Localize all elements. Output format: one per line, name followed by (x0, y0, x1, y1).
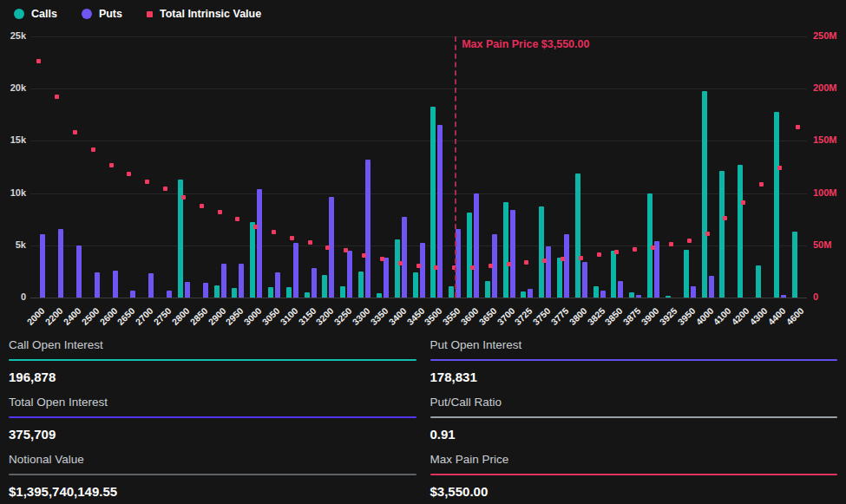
calls-bar-4600[interactable] (792, 232, 797, 298)
legend-item-puts[interactable]: Puts (82, 8, 122, 20)
intrinsic-point-2200[interactable] (55, 95, 59, 99)
puts-bar-3050[interactable] (275, 272, 280, 298)
puts-bar-3800[interactable] (582, 262, 587, 298)
intrinsic-point-3875[interactable] (633, 247, 637, 252)
calls-bar-3825[interactable] (594, 286, 599, 298)
calls-bar-3400[interactable] (395, 239, 400, 298)
intrinsic-point-3800[interactable] (579, 256, 583, 260)
intrinsic-point-2750[interactable] (163, 187, 167, 191)
calls-bar-4200[interactable] (738, 165, 743, 298)
calls-bar-3875[interactable] (629, 292, 634, 298)
calls-bar-3250[interactable] (340, 286, 345, 298)
calls-bar-3450[interactable] (413, 272, 418, 298)
intrinsic-point-3050[interactable] (272, 230, 276, 234)
legend-item-intrinsic-value[interactable]: Total Intrinsic Value (147, 8, 261, 20)
puts-bar-3875[interactable] (636, 295, 641, 298)
intrinsic-point-2800[interactable] (181, 195, 186, 200)
puts-bar-3350[interactable] (384, 258, 389, 298)
intrinsic-point-3950[interactable] (687, 239, 692, 243)
calls-bar-3100[interactable] (286, 287, 292, 298)
intrinsic-point-2850[interactable] (200, 204, 204, 208)
intrinsic-point-3600[interactable] (470, 265, 475, 270)
puts-bar-3450[interactable] (420, 243, 425, 298)
intrinsic-point-4600[interactable] (796, 125, 800, 129)
puts-bar-3250[interactable] (347, 251, 352, 298)
puts-bar-2500[interactable] (95, 272, 100, 298)
intrinsic-point-3300[interactable] (362, 253, 366, 258)
intrinsic-point-3450[interactable] (416, 264, 421, 268)
intrinsic-point-3650[interactable] (489, 264, 493, 268)
intrinsic-point-2000[interactable] (36, 59, 41, 63)
intrinsic-point-3250[interactable] (344, 248, 348, 252)
puts-bar-4000[interactable] (709, 276, 714, 298)
calls-bar-3700[interactable] (503, 202, 508, 298)
calls-bar-3550[interactable] (449, 286, 454, 298)
intrinsic-point-3850[interactable] (614, 250, 619, 254)
intrinsic-point-3750[interactable] (542, 259, 547, 263)
puts-bar-3900[interactable] (654, 241, 659, 298)
calls-bar-3950[interactable] (684, 250, 689, 298)
puts-bar-3600[interactable] (474, 193, 479, 298)
intrinsic-point-2700[interactable] (145, 180, 149, 184)
puts-bar-3825[interactable] (600, 291, 606, 298)
calls-bar-4000[interactable] (702, 91, 707, 298)
intrinsic-point-2600[interactable] (109, 163, 114, 167)
calls-bar-3850[interactable] (611, 251, 616, 298)
puts-bar-2600[interactable] (113, 271, 118, 298)
intrinsic-point-4100[interactable] (723, 216, 727, 220)
puts-bar-3725[interactable] (528, 289, 533, 298)
puts-bar-2800[interactable] (185, 282, 190, 298)
calls-bar-3000[interactable] (250, 222, 255, 298)
intrinsic-point-4200[interactable] (741, 200, 745, 205)
calls-bar-3150[interactable] (305, 292, 310, 298)
intrinsic-point-4000[interactable] (705, 232, 710, 236)
intrinsic-point-3900[interactable] (651, 245, 655, 250)
calls-bar-4400[interactable] (774, 112, 779, 298)
legend-item-calls[interactable]: Calls (14, 8, 57, 20)
intrinsic-point-4400[interactable] (777, 166, 782, 170)
puts-bar-2900[interactable] (221, 264, 226, 298)
puts-bar-2950[interactable] (239, 264, 244, 298)
intrinsic-point-3400[interactable] (398, 261, 403, 265)
intrinsic-point-3150[interactable] (308, 240, 312, 245)
puts-bar-3300[interactable] (365, 160, 371, 298)
intrinsic-point-2950[interactable] (235, 217, 239, 221)
calls-bar-3800[interactable] (575, 173, 580, 298)
calls-bar-3050[interactable] (268, 287, 273, 298)
puts-bar-2000[interactable] (40, 234, 45, 298)
calls-bar-3725[interactable] (521, 291, 526, 298)
intrinsic-point-2900[interactable] (218, 210, 222, 214)
intrinsic-point-3200[interactable] (325, 245, 330, 250)
calls-bar-4100[interactable] (719, 171, 725, 298)
puts-bar-3775[interactable] (564, 234, 569, 298)
puts-bar-3850[interactable] (618, 281, 623, 298)
intrinsic-point-3000[interactable] (253, 225, 258, 229)
puts-bar-3150[interactable] (312, 268, 317, 298)
calls-bar-2950[interactable] (232, 288, 237, 298)
calls-bar-3775[interactable] (557, 258, 562, 298)
intrinsic-point-2500[interactable] (91, 147, 95, 152)
calls-bar-3300[interactable] (358, 272, 364, 298)
puts-bar-2700[interactable] (148, 273, 154, 298)
intrinsic-point-2650[interactable] (127, 172, 131, 176)
intrinsic-point-3775[interactable] (561, 257, 565, 261)
intrinsic-point-4300[interactable] (759, 182, 764, 187)
puts-bar-4400[interactable] (781, 295, 786, 298)
intrinsic-point-3700[interactable] (507, 262, 511, 266)
puts-bar-3750[interactable] (546, 246, 551, 298)
puts-bar-2200[interactable] (58, 229, 63, 298)
calls-bar-3350[interactable] (377, 293, 382, 298)
intrinsic-point-3500[interactable] (434, 265, 438, 270)
calls-bar-3600[interactable] (467, 213, 472, 298)
calls-bar-4300[interactable] (756, 265, 761, 298)
puts-bar-3700[interactable] (510, 210, 515, 298)
puts-bar-3500[interactable] (437, 125, 443, 298)
intrinsic-point-3100[interactable] (290, 236, 294, 240)
puts-bar-3950[interactable] (691, 286, 696, 298)
calls-bar-3925[interactable] (666, 296, 671, 298)
calls-bar-2900[interactable] (214, 285, 220, 298)
intrinsic-point-3725[interactable] (524, 260, 528, 265)
calls-bar-3750[interactable] (539, 206, 544, 298)
puts-bar-3000[interactable] (257, 189, 262, 298)
puts-bar-3200[interactable] (329, 197, 334, 298)
